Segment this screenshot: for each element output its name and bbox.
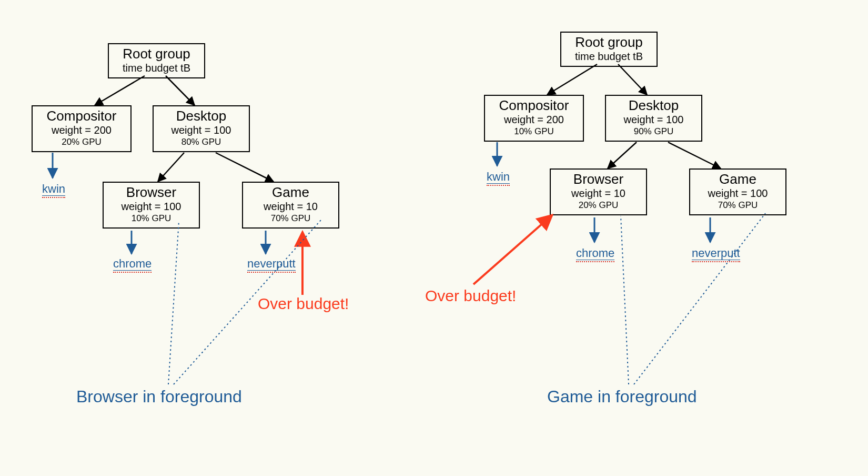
left-root-sub: time budget tB bbox=[113, 62, 200, 74]
right-game-title: Game bbox=[694, 172, 781, 187]
svg-line-8 bbox=[168, 221, 179, 384]
svg-line-13 bbox=[668, 142, 721, 168]
svg-line-17 bbox=[473, 215, 552, 284]
left-caption: Browser in foreground bbox=[76, 387, 242, 406]
svg-line-0 bbox=[95, 76, 145, 105]
svg-line-2 bbox=[158, 153, 184, 182]
svg-line-10 bbox=[547, 64, 597, 95]
svg-line-18 bbox=[621, 216, 629, 384]
left-browser-title: Browser bbox=[108, 185, 195, 201]
right-proc-chrome: chrome bbox=[576, 247, 614, 260]
right-root-sub: time budget tB bbox=[566, 51, 652, 63]
right-browser-sub: weight = 10 bbox=[555, 187, 642, 200]
right-desktop-sub: weight = 100 bbox=[610, 114, 697, 126]
right-game-node: Game weight = 100 70% GPU bbox=[689, 168, 786, 215]
right-compositor-node: Compositor weight = 200 10% GPU bbox=[484, 95, 584, 142]
left-desktop-node: Desktop weight = 100 80% GPU bbox=[153, 105, 250, 152]
left-browser-sub: weight = 100 bbox=[108, 201, 195, 213]
right-desktop-title: Desktop bbox=[610, 98, 697, 114]
right-game-gpu: 70% GPU bbox=[694, 200, 781, 211]
right-root-title: Root group bbox=[566, 35, 652, 51]
right-proc-neverputt: neverputt bbox=[692, 247, 740, 260]
right-browser-node: Browser weight = 10 20% GPU bbox=[550, 168, 647, 215]
svg-line-12 bbox=[608, 142, 637, 168]
right-compositor-title: Compositor bbox=[489, 98, 579, 114]
left-root-title: Root group bbox=[113, 46, 200, 62]
left-compositor-title: Compositor bbox=[37, 108, 126, 124]
left-proc-kwin: kwin bbox=[42, 183, 65, 196]
left-desktop-sub: weight = 100 bbox=[158, 124, 245, 136]
left-game-sub: weight = 10 bbox=[247, 201, 334, 213]
left-compositor-sub: weight = 200 bbox=[37, 124, 126, 136]
right-proc-kwin: kwin bbox=[487, 171, 510, 184]
right-browser-gpu: 20% GPU bbox=[555, 200, 642, 211]
right-game-sub: weight = 100 bbox=[694, 187, 781, 200]
right-over-budget-label: Over budget! bbox=[425, 287, 516, 305]
left-proc-neverputt: neverputt bbox=[247, 258, 296, 271]
left-compositor-node: Compositor weight = 200 20% GPU bbox=[32, 105, 132, 152]
right-browser-title: Browser bbox=[555, 172, 642, 187]
left-over-budget-label: Over budget! bbox=[258, 295, 349, 313]
left-proc-chrome: chrome bbox=[113, 258, 152, 271]
svg-line-3 bbox=[216, 153, 274, 182]
left-root-node: Root group time budget tB bbox=[108, 43, 205, 78]
left-game-gpu: 70% GPU bbox=[247, 213, 334, 224]
left-game-title: Game bbox=[247, 185, 334, 201]
left-compositor-gpu: 20% GPU bbox=[37, 136, 126, 148]
left-browser-gpu: 10% GPU bbox=[108, 213, 195, 224]
right-compositor-gpu: 10% GPU bbox=[489, 126, 579, 137]
left-desktop-title: Desktop bbox=[158, 108, 245, 124]
right-desktop-gpu: 90% GPU bbox=[610, 126, 697, 137]
svg-line-1 bbox=[166, 76, 195, 105]
right-compositor-sub: weight = 200 bbox=[489, 114, 579, 126]
left-browser-node: Browser weight = 100 10% GPU bbox=[103, 182, 200, 229]
right-caption: Game in foreground bbox=[547, 387, 697, 406]
svg-line-11 bbox=[618, 64, 647, 95]
right-desktop-node: Desktop weight = 100 90% GPU bbox=[605, 95, 702, 142]
right-root-node: Root group time budget tB bbox=[560, 32, 658, 67]
left-game-node: Game weight = 10 70% GPU bbox=[242, 182, 339, 229]
svg-line-19 bbox=[634, 213, 765, 384]
left-desktop-gpu: 80% GPU bbox=[158, 136, 245, 148]
